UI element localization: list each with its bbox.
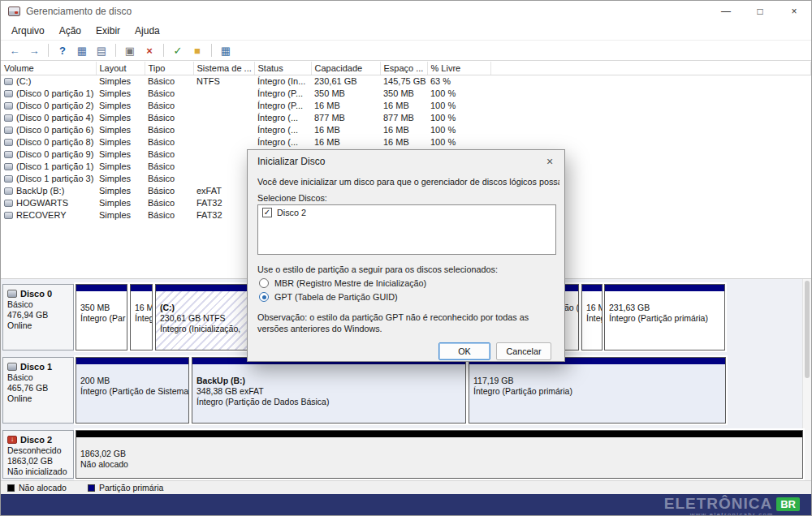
partition-style-label: Use o estilo de partição a seguir para o… [257, 264, 498, 274]
disk-listbox[interactable]: Disco 2 [257, 204, 556, 255]
forward-icon[interactable]: → [25, 42, 43, 58]
volume-name: (Disco 0 partição 2) [16, 101, 93, 110]
disk-error-icon [7, 436, 17, 444]
table-cell: (Disco 1 partição 1) [1, 160, 96, 172]
help-icon[interactable]: ? [54, 42, 71, 58]
disk-row: Disco 1Básico465,76 GBOnline200 MBÍntegr… [2, 357, 801, 424]
menu-item-acao[interactable]: Ação [52, 24, 89, 38]
minimize-button[interactable]: — [709, 1, 743, 22]
mbr-radio-row[interactable]: MBR (Registro Mestre de Inicialização) [259, 278, 426, 288]
watermark-brand: ELETRÔNICA [664, 495, 773, 513]
column-header-status[interactable]: Status [254, 62, 311, 75]
mbr-radio-icon[interactable] [259, 278, 269, 288]
table-cell: (Disco 1 partição 3) [1, 172, 96, 184]
partition[interactable]: BackUp (B:)348,38 GB exFATÍntegro (Parti… [192, 357, 466, 424]
column-header-capacidade[interactable]: Capacidade [311, 62, 380, 75]
folder-icon[interactable]: ■ [188, 42, 206, 58]
open-check-icon[interactable]: ✓ [169, 42, 187, 58]
table-row[interactable]: (Disco 0 partição 1)SimplesBásicoÍntegro… [1, 87, 811, 99]
partition[interactable]: 200 MBÍntegro (Partição de Sistema [76, 357, 189, 424]
console-tree-icon[interactable]: ▦ [73, 42, 91, 58]
partition[interactable]: 1863,02 GBNão alocado [76, 430, 803, 479]
maximize-button[interactable]: □ [743, 1, 777, 22]
table-cell: Básico [145, 196, 193, 209]
volume-icon [4, 151, 13, 158]
table-cell: 16 MB [311, 123, 380, 135]
table-cell: Básico [145, 135, 193, 148]
volume-name: (Disco 0 partição 4) [16, 113, 93, 123]
column-header-sistema-de-[interactable]: Sistema de ... [193, 62, 254, 75]
column-header--livre[interactable]: % Livre [427, 62, 490, 75]
table-cell: Básico [145, 111, 193, 123]
partition-label-line: Íntegro (Partição de Sistema [80, 386, 185, 397]
menu-item-exibir[interactable]: Exibir [89, 24, 127, 38]
gpt-radio-selected-icon[interactable] [259, 292, 269, 302]
checkbox-checked-icon[interactable] [262, 208, 272, 217]
partition-body: 1863,02 GBNão alocado [76, 437, 802, 478]
menu-item-ajuda[interactable]: Ajuda [127, 24, 167, 38]
close-button[interactable]: × [777, 1, 811, 22]
detail-view-icon[interactable]: ▤ [93, 42, 110, 58]
partition[interactable]: 16 MBÍntegro ( [581, 284, 603, 350]
table-cell: Íntegro (In... [254, 75, 311, 87]
partition-color-bar [76, 285, 127, 291]
dialog-close-icon[interactable]: × [542, 154, 557, 169]
volume-icon [4, 212, 13, 219]
mbr-radio-label: MBR (Registro Mestre de Inicialização) [274, 278, 426, 288]
volume-icon [4, 175, 13, 183]
table-cell: Simples [96, 99, 145, 111]
window-title: Gerenciamento de disco [26, 6, 132, 17]
table-row[interactable]: (Disco 0 partição 4)SimplesBásicoÍntegro… [1, 111, 811, 123]
table-view-icon[interactable]: ▦ [217, 42, 235, 58]
table-cell: Simples [96, 196, 145, 209]
table-cell: Íntegro (... [254, 123, 311, 135]
volume-name: (C:) [16, 76, 31, 86]
back-icon[interactable]: ← [6, 42, 24, 58]
table-header-row: VolumeLayoutTipoSistema de ...StatusCapa… [1, 62, 811, 75]
partition-body: 231,63 GBÍntegro (Partição primária) [605, 291, 724, 350]
volume-icon [4, 127, 13, 134]
legend-label: Partição primária [99, 483, 163, 492]
action-menu-icon[interactable]: ▣ [121, 42, 139, 58]
table-cell: Básico [145, 172, 193, 184]
disk-label[interactable]: Disco 1Básico465,76 GBOnline [2, 357, 74, 424]
table-row[interactable]: (Disco 0 partição 2)SimplesBásicoÍntegro… [1, 99, 811, 111]
partition[interactable]: 350 MBÍntegro (Par [76, 284, 127, 350]
delete-volume-icon[interactable]: × [140, 42, 158, 58]
table-cell: Básico [145, 123, 193, 135]
table-row[interactable]: (C:)SimplesBásicoNTFSÍntegro (In...230,6… [1, 75, 811, 87]
column-header-layout[interactable]: Layout [96, 62, 145, 75]
volume-icon [4, 78, 13, 85]
ok-button[interactable]: OK [438, 342, 490, 360]
disk-header: Disco 2 [7, 435, 69, 445]
partition-color-bar [582, 285, 602, 291]
partition[interactable]: 16 MBÍntegro ( [130, 284, 153, 350]
table-cell: 145,75 GB [380, 75, 427, 87]
column-header-espaco-[interactable]: Espaço ... [380, 62, 427, 75]
table-cell: Básico [145, 184, 193, 196]
column-header-volume[interactable]: Volume [1, 62, 96, 75]
table-cell: Simples [96, 148, 145, 160]
table-cell: (Disco 0 partição 4) [1, 111, 96, 123]
table-cell-filler [490, 87, 811, 99]
table-cell: Básico [145, 75, 193, 87]
vertical-scrollbar[interactable] [802, 279, 811, 480]
table-cell: (Disco 0 partição 2) [1, 99, 96, 111]
disk-label[interactable]: Disco 0Básico476,94 GBOnline [2, 284, 74, 350]
cancel-button[interactable]: Cancelar [496, 342, 551, 360]
gpt-radio-row[interactable]: GPT (Tabela de Partição GUID) [259, 292, 398, 302]
table-row[interactable]: (Disco 0 partição 8)SimplesBásicoÍntegro… [1, 135, 811, 148]
disk2-checkbox-row[interactable]: Disco 2 [262, 208, 551, 217]
disk-info-line: 465,76 GB [7, 383, 69, 393]
disk-label[interactable]: Disco 2Desconhecido1863,02 GBNão inicial… [2, 430, 74, 479]
column-header-tipo[interactable]: Tipo [145, 62, 193, 75]
partition[interactable]: 231,63 GBÍntegro (Partição primária) [604, 284, 725, 350]
table-row[interactable]: (Disco 0 partição 6)SimplesBásicoÍntegro… [1, 123, 811, 135]
partition-label-line: Íntegro (Par [80, 313, 123, 324]
toolbar-separator [163, 44, 164, 57]
scrollbar-thumb[interactable] [805, 281, 810, 378]
partition[interactable]: 117,19 GBÍntegro (Partição primária) [469, 357, 726, 424]
menu-item-arquivo[interactable]: Arquivo [4, 24, 52, 38]
volume-name: (Disco 0 partição 1) [16, 88, 93, 98]
disk-row: Disco 2Desconhecido1863,02 GBNão inicial… [2, 430, 801, 479]
